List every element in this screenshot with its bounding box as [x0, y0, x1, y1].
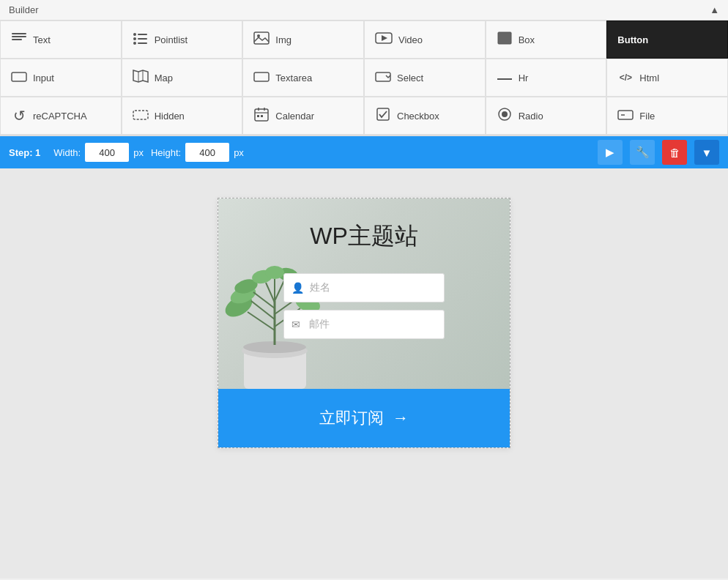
subscribe-text: 立即订阅 [319, 407, 384, 429]
width-unit: px [133, 147, 144, 158]
tool-radio-label: Radio [519, 111, 543, 122]
height-unit: px [234, 147, 244, 158]
textarea-icon [253, 70, 270, 86]
svg-rect-31 [618, 111, 633, 119]
tool-calendar-label: Calendar [275, 111, 314, 122]
tool-text[interactable]: Text [0, 21, 122, 59]
tool-input-label: Input [33, 72, 54, 83]
tool-hr-label: Hr [519, 72, 529, 83]
tool-file[interactable]: File [606, 97, 728, 135]
tool-checkbox[interactable]: Checkbox [364, 97, 486, 135]
svg-rect-21 [133, 111, 148, 119]
svg-point-52 [265, 266, 284, 279]
select-icon [375, 70, 391, 86]
expand-button[interactable]: ▼ [694, 140, 719, 165]
svg-rect-8 [138, 42, 147, 44]
tool-button-label: Button [617, 34, 648, 45]
tool-radio[interactable]: Radio [486, 97, 607, 135]
svg-line-37 [248, 312, 275, 330]
tool-video[interactable]: Video [364, 21, 486, 59]
hr-icon [497, 70, 513, 86]
radio-icon [497, 108, 513, 124]
tool-img-label: Img [275, 34, 291, 45]
width-input[interactable] [85, 143, 129, 162]
tool-checkbox-label: Checkbox [397, 111, 439, 122]
svg-point-7 [133, 42, 136, 45]
tool-button[interactable]: Button [606, 21, 728, 59]
tool-map-label: Map [155, 72, 173, 83]
tool-input[interactable]: Input [0, 59, 122, 97]
name-placeholder: 姓名 [310, 281, 330, 294]
form-fields: 👤 姓名 ✉ 邮件 [283, 273, 445, 339]
html-icon: </> [617, 72, 634, 83]
name-field-row: 👤 姓名 [283, 273, 445, 302]
checkbox-icon [375, 108, 391, 124]
tool-recaptcha-label: reCAPTCHA [33, 111, 87, 122]
tool-textarea[interactable]: Textarea [242, 59, 364, 97]
width-label: Width: [53, 147, 81, 158]
tool-file-label: File [639, 111, 655, 122]
input-icon [11, 70, 27, 86]
tool-box-label: Box [519, 34, 535, 45]
tool-hidden[interactable]: Hidden [122, 97, 243, 135]
svg-rect-13 [498, 32, 511, 44]
svg-rect-14 [12, 72, 26, 81]
svg-rect-6 [138, 38, 147, 40]
svg-marker-15 [133, 70, 148, 82]
preview-title: WP主题站 [310, 220, 418, 253]
tool-calendar[interactable]: Calendar [242, 97, 364, 135]
svg-line-47 [266, 283, 275, 302]
height-group: Height: px [151, 143, 244, 162]
box-icon [497, 31, 513, 48]
preview-bottom[interactable]: 立即订阅 → [218, 389, 510, 447]
delete-button[interactable]: 🗑 [662, 140, 687, 165]
text-icon [11, 31, 27, 48]
play-button[interactable]: ▶ [598, 140, 623, 165]
pointlist-icon [133, 31, 149, 48]
tool-pointlist[interactable]: Pointlist [122, 21, 243, 59]
svg-rect-4 [138, 34, 147, 35]
tool-map[interactable]: Map [122, 59, 243, 97]
calendar-icon [253, 107, 270, 125]
email-field-row: ✉ 邮件 [283, 310, 445, 339]
tool-img[interactable]: Img [242, 21, 364, 59]
tool-text-label: Text [33, 34, 51, 45]
svg-rect-18 [254, 72, 269, 81]
settings-button[interactable]: 🔧 [630, 140, 655, 165]
tool-recaptcha[interactable]: ↺ reCAPTCHA [0, 97, 122, 135]
email-placeholder: 邮件 [309, 318, 330, 331]
svg-point-5 [133, 37, 136, 40]
svg-point-30 [502, 111, 508, 117]
svg-marker-12 [382, 35, 387, 41]
tool-hr[interactable]: Hr [486, 59, 607, 97]
svg-rect-28 [377, 108, 389, 120]
header-bar: Builder ▲ [0, 0, 728, 21]
svg-rect-2 [12, 39, 22, 40]
email-icon: ✉ [291, 319, 303, 330]
video-icon [375, 31, 393, 48]
width-group: Width: px [53, 143, 144, 162]
tool-textarea-label: Textarea [275, 72, 312, 83]
svg-rect-1 [12, 36, 26, 37]
svg-rect-9 [254, 32, 269, 44]
step-bar: Step: 1 Width: px Height: px ▶ 🔧 🗑 ▼ [0, 136, 728, 168]
img-icon [253, 31, 270, 48]
map-icon [133, 70, 149, 86]
header-title: Builder [9, 4, 38, 15]
file-icon [617, 108, 634, 124]
toolbar: Text Pointlist Img Video Box Button Inpu… [0, 21, 728, 136]
svg-point-3 [133, 33, 136, 36]
height-label: Height: [151, 147, 181, 158]
tool-box[interactable]: Box [486, 21, 607, 59]
recaptcha-icon: ↺ [11, 107, 27, 124]
tool-html[interactable]: </> Html [606, 59, 728, 97]
hidden-icon [133, 108, 149, 124]
preview-top: WP主题站 👤 姓名 ✉ 邮件 [218, 198, 510, 389]
svg-rect-0 [12, 33, 26, 34]
collapse-icon[interactable]: ▲ [710, 4, 719, 15]
height-input[interactable] [185, 143, 229, 162]
tool-select-label: Select [397, 72, 423, 83]
tool-select[interactable]: Select [364, 59, 486, 97]
tool-html-label: Html [639, 72, 659, 83]
svg-rect-26 [257, 115, 259, 117]
